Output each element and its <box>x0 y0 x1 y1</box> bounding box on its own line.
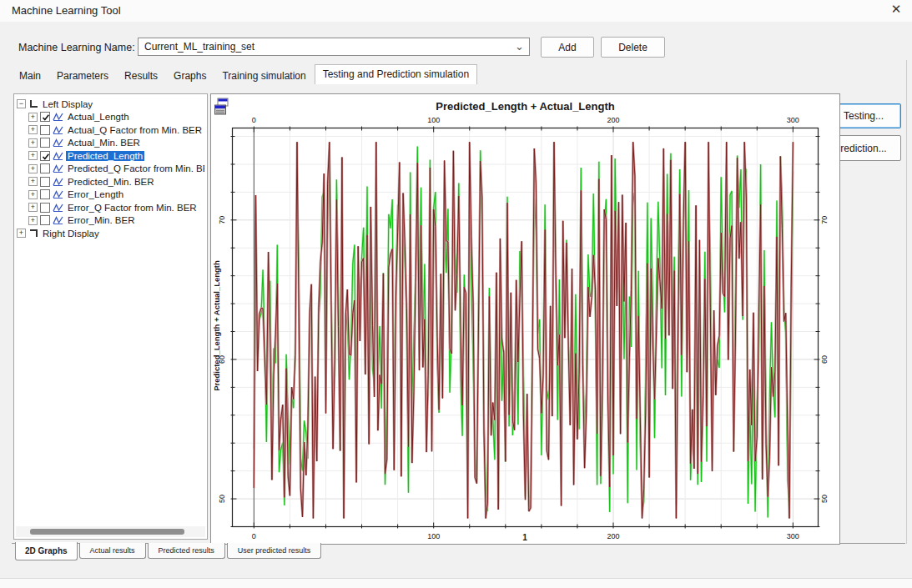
chart-plot-area: 00100100200200300300505060607070 <box>211 94 839 544</box>
tree-item-error-q-factor-from-min-ber[interactable]: + Error_Q Factor from Min. BER <box>17 201 204 214</box>
tree-item-predicted-q-factor-from-min-ber[interactable]: + Predicted_Q Factor from Min. BER <box>17 163 204 176</box>
chevron-down-icon[interactable]: ⌄ <box>515 40 524 53</box>
expand-icon[interactable]: + <box>17 229 26 238</box>
ml-name-label: Machine Learning Name: <box>18 42 135 53</box>
tree-item-label: Predicted_Length <box>66 151 144 161</box>
curve-icon <box>53 189 63 199</box>
tree-item-error-length[interactable]: + Error_Length <box>17 188 204 202</box>
checkbox[interactable] <box>40 138 50 148</box>
tab-testing-and-prediction-simulation[interactable]: Testing and Prediction simulation <box>315 64 477 84</box>
svg-text:60: 60 <box>821 355 829 364</box>
checkbox[interactable] <box>40 203 50 213</box>
tree-item-actual-min-ber[interactable]: + Actual_Min. BER <box>17 137 204 150</box>
display-axes-icon <box>30 100 38 108</box>
tree-item-error-min-ber[interactable]: + Error_Min. BER <box>17 214 204 228</box>
curve-icon <box>53 203 63 213</box>
tree-horizontal-scrollbar[interactable] <box>16 526 205 537</box>
expand-icon[interactable]: + <box>28 113 38 122</box>
svg-text:300: 300 <box>787 116 799 124</box>
svg-text:70: 70 <box>821 216 829 224</box>
tab-strip: MainParametersResultsGraphsTraining simu… <box>12 65 478 84</box>
checkbox[interactable] <box>40 189 50 199</box>
svg-text:60: 60 <box>219 355 227 364</box>
expand-icon[interactable]: + <box>28 164 38 173</box>
checkmark-icon <box>41 113 51 123</box>
tree-item-label: Actual_Length <box>66 112 131 122</box>
svg-text:50: 50 <box>821 495 829 503</box>
expand-icon[interactable]: + <box>28 177 38 186</box>
bottom-tab-strip: 2D GraphsActual resultsPredicted results… <box>15 543 323 560</box>
tree-item-actual-length[interactable]: + Actual_Length <box>17 111 204 124</box>
tree-item-label: Error_Min. BER <box>66 215 137 225</box>
tree-item-label: Actual_Min. BER <box>66 138 142 148</box>
display-tree-panel: −Left Display + Actual_Length + Actual_Q… <box>13 93 208 540</box>
content-right-border <box>906 60 907 544</box>
checkbox[interactable] <box>40 151 50 161</box>
checkbox[interactable] <box>40 112 50 122</box>
tree-item-label: Predicted_Q Factor from Min. BER <box>66 163 204 173</box>
expand-icon[interactable]: + <box>28 125 38 134</box>
delete-button[interactable]: Delete <box>601 37 665 58</box>
curve-icon <box>53 151 63 161</box>
checkbox[interactable] <box>40 163 50 173</box>
tree-item-label: Error_Q Factor from Min. BER <box>66 203 199 213</box>
bottom-tab-predicted-results[interactable]: Predicted results <box>148 543 225 559</box>
chart-x-axis-label: 1 <box>232 533 818 542</box>
tree-item-label: Error_Length <box>66 189 125 199</box>
curve-icon <box>53 177 63 187</box>
tree-root-left-display[interactable]: −Left Display <box>17 98 204 111</box>
checkbox[interactable] <box>40 125 50 135</box>
tab-training-simulation[interactable]: Training simulation <box>214 67 313 84</box>
close-icon[interactable]: ✕ <box>887 2 905 18</box>
tree-item-label: Predicted_Min. BER <box>66 177 156 187</box>
display-axes-icon <box>30 229 38 237</box>
tab-results[interactable]: Results <box>117 67 165 84</box>
bottom-tab-2d-graphs[interactable]: 2D Graphs <box>15 542 78 560</box>
svg-text:100: 100 <box>427 116 440 124</box>
collapse-icon[interactable]: − <box>17 99 26 108</box>
title-bar: Machine Learning Tool ✕ <box>0 0 912 22</box>
tree-root-right-display[interactable]: +Right Display <box>17 227 204 240</box>
scrollbar-thumb[interactable] <box>30 529 184 535</box>
svg-text:50: 50 <box>219 495 227 503</box>
expand-icon[interactable]: + <box>28 216 38 225</box>
expand-icon[interactable]: + <box>28 151 38 160</box>
tree-item-actual-q-factor-from-min-ber[interactable]: + Actual_Q Factor from Min. BER <box>17 123 204 137</box>
tree-root-label: Right Display <box>41 229 101 239</box>
tab-parameters[interactable]: Parameters <box>49 67 116 84</box>
svg-text:70: 70 <box>219 216 227 224</box>
expand-icon[interactable]: + <box>28 203 38 212</box>
dialog-bottom-strip <box>0 579 912 588</box>
combobox-value: Current_ML_training_set <box>144 41 254 53</box>
add-button[interactable]: Add <box>541 37 594 58</box>
checkbox[interactable] <box>40 177 50 187</box>
bottom-tab-user-predicted-results[interactable]: User predicted results <box>227 543 322 559</box>
graph-panel: Predicted_Length + Actual_Length Predict… <box>210 93 840 545</box>
window-title: Machine Learning Tool <box>12 4 121 17</box>
tree-item-label: Actual_Q Factor from Min. BER <box>66 125 204 135</box>
checkmark-icon <box>41 152 51 162</box>
tab-main[interactable]: Main <box>12 67 48 84</box>
curve-icon <box>53 112 63 122</box>
tab-graphs[interactable]: Graphs <box>166 67 214 84</box>
curve-icon <box>53 125 63 135</box>
tree-item-predicted-min-ber[interactable]: + Predicted_Min. BER <box>17 175 204 188</box>
checkbox[interactable] <box>40 215 50 225</box>
tree-item-predicted-length[interactable]: + Predicted_Length <box>17 149 204 163</box>
curve-icon <box>53 163 63 173</box>
ml-name-combobox[interactable]: Current_ML_training_set ⌄ <box>138 38 530 56</box>
expand-icon[interactable]: + <box>28 190 38 199</box>
bottom-tab-actual-results[interactable]: Actual results <box>79 543 146 559</box>
curve-icon <box>53 138 63 148</box>
tree-root-label: Left Display <box>41 99 94 109</box>
svg-text:0: 0 <box>252 116 256 124</box>
curve-icon <box>53 215 63 225</box>
expand-icon[interactable]: + <box>28 138 38 148</box>
svg-text:200: 200 <box>607 116 619 124</box>
